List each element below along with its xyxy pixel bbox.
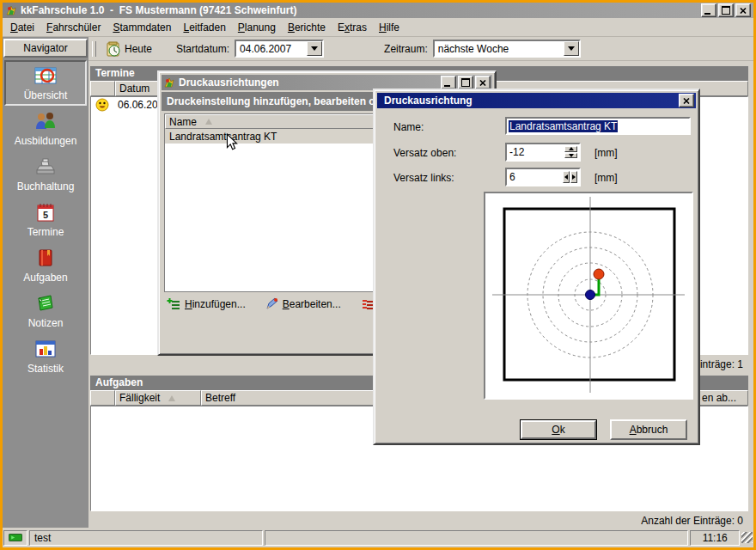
sidebar-item-termine[interactable]: 5 Termine <box>4 197 87 242</box>
name-input[interactable]: Landratsamtsantrag KT <box>505 117 691 135</box>
cash-register-icon <box>34 156 57 178</box>
minimize-button[interactable] <box>441 76 456 89</box>
mouse-cursor <box>226 133 238 154</box>
status-user: test <box>29 530 263 546</box>
abbruch-button-label: Abbruch <box>630 424 668 436</box>
menu-item-planung[interactable]: Planung <box>232 19 282 36</box>
close-icon <box>740 8 747 14</box>
arrow-up-icon <box>569 147 574 150</box>
ok-button-frame: Ok <box>520 419 597 440</box>
toolbar: Heute Startdatum: 04.06.2007 Zeitraum: n… <box>88 37 753 61</box>
name-input-selected-text: Landratsamtsantrag KT <box>509 120 618 132</box>
alignment-preview-panel <box>484 192 693 400</box>
startdatum-dropdown-button[interactable] <box>307 41 322 56</box>
application-frame: kkFahrschule 1.0 - FS Mustermann (97421 … <box>0 0 756 550</box>
chevron-down-icon <box>311 46 318 51</box>
menu-item-fahrschueler[interactable]: Fahrschüler <box>40 19 107 36</box>
app-icon <box>163 76 175 89</box>
menu-item-berichte[interactable]: Berichte <box>282 19 332 36</box>
versatz-links-input[interactable]: 6 <box>505 168 581 186</box>
sidebar-item-label: Übersicht <box>24 89 68 101</box>
minimize-icon <box>444 85 450 87</box>
calendar-icon: 5 <box>35 201 56 223</box>
sidebar-item-aufgaben[interactable]: Aufgaben <box>4 242 87 288</box>
maximize-button[interactable] <box>718 3 734 17</box>
menu-item-hilfe[interactable]: Hilfe <box>373 19 405 36</box>
versatz-oben-value: -12 <box>509 146 524 158</box>
offset-marker <box>594 269 604 279</box>
toolbar-grip[interactable] <box>92 41 96 57</box>
versatz-oben-input[interactable]: -12 <box>505 143 581 162</box>
name-label: Name: <box>393 121 424 133</box>
versatz-links-unit: [mm] <box>594 172 618 184</box>
druckausrichtung-titlebar[interactable]: Druckausrichtung <box>377 93 696 108</box>
sidebar-item-ausbildungen[interactable]: Ausbildungen <box>4 106 87 151</box>
status-bar: test 11:16 <box>3 528 753 547</box>
chevron-down-icon <box>568 46 575 51</box>
druck-list-column-name[interactable]: Name <box>165 114 380 129</box>
sidebar-item-statistik[interactable]: Statistik <box>4 333 87 379</box>
sidebar-item-uebersicht[interactable]: Übersicht <box>4 60 87 106</box>
heute-button[interactable]: Heute <box>101 40 157 58</box>
close-button[interactable] <box>475 76 491 89</box>
spin-right-button[interactable] <box>570 171 577 183</box>
menu-item-leitfaden[interactable]: Leitfaden <box>177 19 231 36</box>
close-button[interactable] <box>679 94 694 107</box>
maximize-button[interactable] <box>458 76 473 89</box>
minimize-icon <box>704 13 710 15</box>
spin-down-button[interactable] <box>564 153 577 159</box>
minimize-button[interactable] <box>701 3 716 17</box>
application-window: kkFahrschule 1.0 - FS Mustermann (97421 … <box>3 3 753 547</box>
sidebar-item-label: Aufgaben <box>23 272 67 284</box>
edit-pencil-icon <box>265 297 278 311</box>
heute-button-label: Heute <box>125 43 152 55</box>
hinzufuegen-button[interactable]: Hinzufügen... <box>163 296 249 313</box>
spin-left-button[interactable] <box>563 171 570 183</box>
zeitraum-value: nächste Woche <box>435 43 564 55</box>
termine-column-icon[interactable] <box>90 81 115 96</box>
bearbeiten-button[interactable]: Bearbeiten... <box>261 296 344 313</box>
smiley-icon <box>95 98 109 112</box>
menu-item-extras[interactable]: Extras <box>332 19 373 36</box>
abbruch-button[interactable]: Abbruch <box>610 419 687 440</box>
navigator-header[interactable]: Navigator <box>3 39 88 58</box>
zeitraum-label: Zeitraum: <box>384 43 428 55</box>
resize-grip[interactable] <box>741 532 753 543</box>
sidebar-item-buchhaltung[interactable]: Buchhaltung <box>4 151 87 197</box>
status-led-cell <box>3 530 27 546</box>
maximize-icon <box>461 78 470 87</box>
close-button[interactable] <box>735 3 751 17</box>
window-title: kkFahrschule 1.0 - FS Mustermann (97421 … <box>21 4 701 16</box>
origin-marker <box>586 290 595 300</box>
menu-item-stammdaten[interactable]: Stammdaten <box>107 19 177 36</box>
sidebar-item-label: Buchhaltung <box>17 180 75 192</box>
navigator-sidebar: Navigator Übersicht Ausbildungen Buchhal… <box>3 37 88 528</box>
zeitraum-dropdown-button[interactable] <box>564 41 579 56</box>
bearbeiten-button-label: Bearbeiten... <box>283 298 341 310</box>
add-list-icon <box>167 297 180 311</box>
menu-item-datei[interactable]: Datei <box>4 19 40 36</box>
versatz-oben-unit: [mm] <box>594 147 618 159</box>
aufgaben-column-icon[interactable] <box>90 390 115 406</box>
versatz-links-value: 6 <box>509 171 515 183</box>
aufgaben-column-faelligkeit[interactable]: Fälligkeit <box>115 390 201 406</box>
close-icon <box>683 98 690 104</box>
notepad-icon <box>35 292 56 315</box>
connection-led-icon <box>9 533 22 542</box>
heute-icon <box>106 41 121 57</box>
faelligkeit-header-label: Fälligkeit <box>119 392 160 404</box>
sort-asc-icon <box>205 119 212 125</box>
ok-button[interactable]: Ok <box>521 420 596 439</box>
window-titlebar[interactable]: kkFahrschule 1.0 - FS Mustermann (97421 … <box>3 3 753 18</box>
druck-list-row-label: Landratsamtsantrag KT <box>169 131 277 143</box>
spin-up-button[interactable] <box>564 146 577 152</box>
status-clock: 11:16 <box>690 530 740 546</box>
arrow-right-icon <box>572 174 576 180</box>
zeitraum-combobox[interactable]: nächste Woche <box>433 40 581 58</box>
sidebar-item-label: Termine <box>27 226 64 238</box>
sidebar-item-notizen[interactable]: Notizen <box>4 288 87 333</box>
druckausrichtung-dialog: Druckausrichtung Name: Landratsamtsantra… <box>373 89 700 445</box>
startdatum-combobox[interactable]: 04.06.2007 <box>235 40 324 58</box>
status-spacer <box>265 530 688 546</box>
arrow-down-icon <box>569 154 574 157</box>
